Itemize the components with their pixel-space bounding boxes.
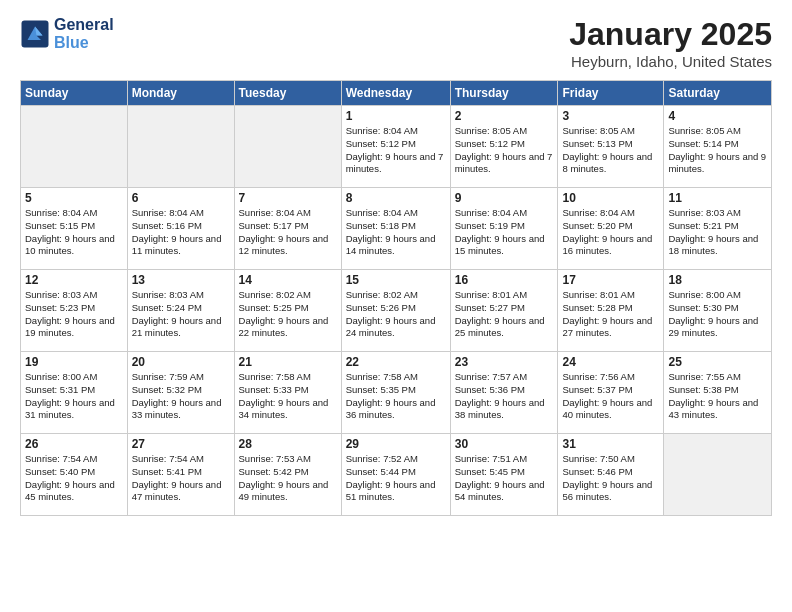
- day-info: Sunrise: 7:50 AM Sunset: 5:46 PM Dayligh…: [562, 453, 659, 504]
- day-info: Sunrise: 8:02 AM Sunset: 5:25 PM Dayligh…: [239, 289, 337, 340]
- calendar-cell: 3Sunrise: 8:05 AM Sunset: 5:13 PM Daylig…: [558, 106, 664, 188]
- calendar-table: SundayMondayTuesdayWednesdayThursdayFrid…: [20, 80, 772, 516]
- title-block: January 2025 Heyburn, Idaho, United Stat…: [569, 16, 772, 70]
- calendar-cell: 22Sunrise: 7:58 AM Sunset: 5:35 PM Dayli…: [341, 352, 450, 434]
- day-info: Sunrise: 8:01 AM Sunset: 5:28 PM Dayligh…: [562, 289, 659, 340]
- day-number: 29: [346, 437, 446, 451]
- calendar-cell: 15Sunrise: 8:02 AM Sunset: 5:26 PM Dayli…: [341, 270, 450, 352]
- day-info: Sunrise: 7:59 AM Sunset: 5:32 PM Dayligh…: [132, 371, 230, 422]
- day-info: Sunrise: 8:03 AM Sunset: 5:24 PM Dayligh…: [132, 289, 230, 340]
- day-info: Sunrise: 8:05 AM Sunset: 5:13 PM Dayligh…: [562, 125, 659, 176]
- logo-text: General Blue: [54, 16, 114, 52]
- day-info: Sunrise: 8:04 AM Sunset: 5:15 PM Dayligh…: [25, 207, 123, 258]
- day-info: Sunrise: 8:03 AM Sunset: 5:23 PM Dayligh…: [25, 289, 123, 340]
- day-number: 16: [455, 273, 554, 287]
- calendar-cell: 29Sunrise: 7:52 AM Sunset: 5:44 PM Dayli…: [341, 434, 450, 516]
- calendar-cell: 27Sunrise: 7:54 AM Sunset: 5:41 PM Dayli…: [127, 434, 234, 516]
- calendar-cell: 30Sunrise: 7:51 AM Sunset: 5:45 PM Dayli…: [450, 434, 558, 516]
- calendar-cell: 17Sunrise: 8:01 AM Sunset: 5:28 PM Dayli…: [558, 270, 664, 352]
- calendar-cell: 6Sunrise: 8:04 AM Sunset: 5:16 PM Daylig…: [127, 188, 234, 270]
- calendar-week-1: 1Sunrise: 8:04 AM Sunset: 5:12 PM Daylig…: [21, 106, 772, 188]
- day-number: 5: [25, 191, 123, 205]
- weekday-header-wednesday: Wednesday: [341, 81, 450, 106]
- day-info: Sunrise: 7:57 AM Sunset: 5:36 PM Dayligh…: [455, 371, 554, 422]
- calendar-cell: 16Sunrise: 8:01 AM Sunset: 5:27 PM Dayli…: [450, 270, 558, 352]
- day-number: 4: [668, 109, 767, 123]
- weekday-header-tuesday: Tuesday: [234, 81, 341, 106]
- calendar-cell: 13Sunrise: 8:03 AM Sunset: 5:24 PM Dayli…: [127, 270, 234, 352]
- day-number: 15: [346, 273, 446, 287]
- day-number: 2: [455, 109, 554, 123]
- weekday-header-friday: Friday: [558, 81, 664, 106]
- day-number: 20: [132, 355, 230, 369]
- day-number: 22: [346, 355, 446, 369]
- logo: General Blue: [20, 16, 114, 52]
- weekday-header-saturday: Saturday: [664, 81, 772, 106]
- calendar-cell: 31Sunrise: 7:50 AM Sunset: 5:46 PM Dayli…: [558, 434, 664, 516]
- day-number: 14: [239, 273, 337, 287]
- day-info: Sunrise: 8:02 AM Sunset: 5:26 PM Dayligh…: [346, 289, 446, 340]
- calendar-week-2: 5Sunrise: 8:04 AM Sunset: 5:15 PM Daylig…: [21, 188, 772, 270]
- weekday-header-thursday: Thursday: [450, 81, 558, 106]
- month-title: January 2025: [569, 16, 772, 53]
- calendar-cell: [234, 106, 341, 188]
- day-info: Sunrise: 7:55 AM Sunset: 5:38 PM Dayligh…: [668, 371, 767, 422]
- day-info: Sunrise: 7:51 AM Sunset: 5:45 PM Dayligh…: [455, 453, 554, 504]
- day-info: Sunrise: 7:52 AM Sunset: 5:44 PM Dayligh…: [346, 453, 446, 504]
- day-number: 21: [239, 355, 337, 369]
- calendar-cell: 18Sunrise: 8:00 AM Sunset: 5:30 PM Dayli…: [664, 270, 772, 352]
- day-info: Sunrise: 8:00 AM Sunset: 5:31 PM Dayligh…: [25, 371, 123, 422]
- day-number: 18: [668, 273, 767, 287]
- day-number: 1: [346, 109, 446, 123]
- weekday-header-sunday: Sunday: [21, 81, 128, 106]
- day-number: 24: [562, 355, 659, 369]
- day-info: Sunrise: 8:04 AM Sunset: 5:16 PM Dayligh…: [132, 207, 230, 258]
- day-number: 7: [239, 191, 337, 205]
- weekday-header-monday: Monday: [127, 81, 234, 106]
- calendar-cell: 9Sunrise: 8:04 AM Sunset: 5:19 PM Daylig…: [450, 188, 558, 270]
- calendar-cell: 2Sunrise: 8:05 AM Sunset: 5:12 PM Daylig…: [450, 106, 558, 188]
- calendar-cell: 19Sunrise: 8:00 AM Sunset: 5:31 PM Dayli…: [21, 352, 128, 434]
- day-number: 3: [562, 109, 659, 123]
- day-info: Sunrise: 7:54 AM Sunset: 5:41 PM Dayligh…: [132, 453, 230, 504]
- day-info: Sunrise: 8:01 AM Sunset: 5:27 PM Dayligh…: [455, 289, 554, 340]
- day-info: Sunrise: 8:05 AM Sunset: 5:14 PM Dayligh…: [668, 125, 767, 176]
- calendar-cell: 5Sunrise: 8:04 AM Sunset: 5:15 PM Daylig…: [21, 188, 128, 270]
- day-info: Sunrise: 8:03 AM Sunset: 5:21 PM Dayligh…: [668, 207, 767, 258]
- day-info: Sunrise: 8:05 AM Sunset: 5:12 PM Dayligh…: [455, 125, 554, 176]
- day-number: 27: [132, 437, 230, 451]
- location: Heyburn, Idaho, United States: [569, 53, 772, 70]
- day-info: Sunrise: 7:58 AM Sunset: 5:33 PM Dayligh…: [239, 371, 337, 422]
- calendar-week-5: 26Sunrise: 7:54 AM Sunset: 5:40 PM Dayli…: [21, 434, 772, 516]
- day-number: 11: [668, 191, 767, 205]
- day-number: 30: [455, 437, 554, 451]
- day-number: 6: [132, 191, 230, 205]
- logo-icon: [20, 19, 50, 49]
- day-number: 26: [25, 437, 123, 451]
- calendar-cell: [664, 434, 772, 516]
- calendar-cell: [127, 106, 234, 188]
- calendar-cell: 10Sunrise: 8:04 AM Sunset: 5:20 PM Dayli…: [558, 188, 664, 270]
- calendar-cell: 1Sunrise: 8:04 AM Sunset: 5:12 PM Daylig…: [341, 106, 450, 188]
- day-number: 17: [562, 273, 659, 287]
- day-info: Sunrise: 8:00 AM Sunset: 5:30 PM Dayligh…: [668, 289, 767, 340]
- day-number: 31: [562, 437, 659, 451]
- day-number: 8: [346, 191, 446, 205]
- main-container: General Blue January 2025 Heyburn, Idaho…: [0, 0, 792, 526]
- calendar-cell: 14Sunrise: 8:02 AM Sunset: 5:25 PM Dayli…: [234, 270, 341, 352]
- day-info: Sunrise: 8:04 AM Sunset: 5:17 PM Dayligh…: [239, 207, 337, 258]
- day-info: Sunrise: 8:04 AM Sunset: 5:19 PM Dayligh…: [455, 207, 554, 258]
- calendar-cell: 7Sunrise: 8:04 AM Sunset: 5:17 PM Daylig…: [234, 188, 341, 270]
- day-number: 25: [668, 355, 767, 369]
- calendar-week-4: 19Sunrise: 8:00 AM Sunset: 5:31 PM Dayli…: [21, 352, 772, 434]
- calendar-cell: 11Sunrise: 8:03 AM Sunset: 5:21 PM Dayli…: [664, 188, 772, 270]
- weekday-header-row: SundayMondayTuesdayWednesdayThursdayFrid…: [21, 81, 772, 106]
- day-number: 23: [455, 355, 554, 369]
- day-info: Sunrise: 7:53 AM Sunset: 5:42 PM Dayligh…: [239, 453, 337, 504]
- day-number: 9: [455, 191, 554, 205]
- day-number: 19: [25, 355, 123, 369]
- day-info: Sunrise: 7:58 AM Sunset: 5:35 PM Dayligh…: [346, 371, 446, 422]
- calendar-week-3: 12Sunrise: 8:03 AM Sunset: 5:23 PM Dayli…: [21, 270, 772, 352]
- calendar-cell: 4Sunrise: 8:05 AM Sunset: 5:14 PM Daylig…: [664, 106, 772, 188]
- calendar-cell: [21, 106, 128, 188]
